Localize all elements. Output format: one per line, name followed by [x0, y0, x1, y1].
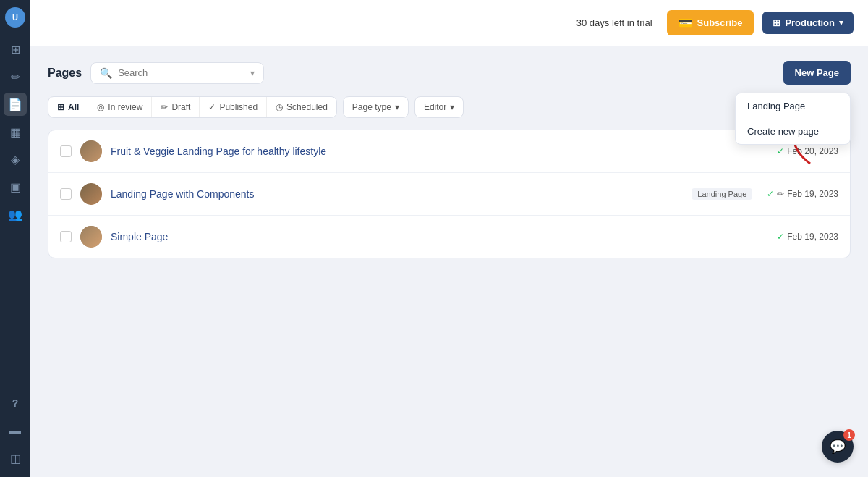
scheduled-icon: ◷ [276, 102, 283, 112]
row-date-1: ✓ Feb 20, 2023 [777, 146, 838, 156]
search-box[interactable]: 🔍 ▾ [90, 62, 264, 84]
topbar: 30 days left in trial 💳 Subscribe ⊞ Prod… [30, 0, 868, 46]
row-title-3: Simple Page [111, 231, 768, 242]
pages-left: Pages 🔍 ▾ [48, 62, 264, 84]
in-review-icon: ◎ [97, 102, 104, 112]
user-avatar[interactable]: U [5, 7, 25, 28]
chat-badge: 1 [843, 429, 855, 441]
sidebar-item-media[interactable]: ▣ [4, 175, 27, 198]
subscribe-button[interactable]: 💳 Subscribe [667, 10, 754, 35]
page-type-chevron-icon: ▾ [395, 102, 399, 112]
table-row[interactable]: Fruit & Veggie Landing Page for healthy … [48, 130, 850, 173]
search-chevron-icon[interactable]: ▾ [250, 68, 255, 78]
editor-chevron-icon: ▾ [450, 102, 454, 112]
dropdown-item-landing-page[interactable]: Landing Page [736, 93, 850, 119]
chevron-down-icon: ▾ [839, 18, 843, 28]
sidebar-item-layers[interactable]: ◫ [4, 447, 27, 470]
row-avatar-1 [80, 140, 102, 162]
main-content: 30 days left in trial 💳 Subscribe ⊞ Prod… [30, 0, 868, 477]
pages-header: Pages 🔍 ▾ New Page [48, 61, 851, 85]
pages-table: Fruit & Veggie Landing Page for healthy … [48, 130, 851, 258]
row-checkbox-2[interactable] [60, 188, 72, 200]
row-title-2: Landing Page with Components [111, 188, 683, 200]
dropdown-item-create-new-page[interactable]: Create new page [736, 119, 850, 144]
editor-dropdown[interactable]: Editor ▾ [414, 96, 464, 118]
filter-bar: ⊞ All ◎ In review ✏ Draft ✓ Published ◷ [48, 96, 851, 118]
trial-text: 30 days left in trial [576, 17, 652, 28]
all-icon: ⊞ [57, 102, 64, 112]
new-page-button[interactable]: New Page [783, 61, 851, 85]
production-icon: ⊞ [773, 17, 780, 28]
sidebar-item-users[interactable]: 👥 [4, 203, 27, 226]
check-icon-2: ✓ [767, 189, 774, 199]
published-icon: ✓ [208, 102, 216, 112]
sidebar-item-help[interactable]: ? [4, 392, 27, 415]
sidebar-item-components[interactable]: ◈ [4, 148, 27, 171]
sidebar-item-blog[interactable]: ✏ [4, 65, 27, 88]
row-avatar-3 [80, 226, 102, 248]
row-badge-2: Landing Page [692, 188, 752, 200]
chat-button[interactable]: 💬 1 [822, 431, 854, 463]
row-checkbox-1[interactable] [60, 145, 72, 157]
production-button[interactable]: ⊞ Production ▾ [762, 12, 854, 34]
search-icon: 🔍 [100, 67, 112, 79]
pages-title: Pages [48, 67, 82, 80]
subscribe-icon: 💳 [678, 16, 693, 30]
filter-scheduled[interactable]: ◷ Scheduled [266, 97, 336, 117]
row-avatar-2 [80, 183, 102, 205]
filter-group: ⊞ All ◎ In review ✏ Draft ✓ Published ◷ [48, 96, 337, 118]
draft-icon: ✏ [161, 102, 168, 112]
dropdown-menu: Landing Page Create new page [735, 93, 851, 145]
chat-icon: 💬 [830, 439, 846, 455]
row-date-3: ✓ Feb 19, 2023 [777, 232, 838, 242]
content-area: Pages 🔍 ▾ New Page ⊞ All ◎ In review [30, 46, 868, 477]
sidebar-item-grid[interactable]: ▦ [4, 120, 27, 143]
filter-in-review[interactable]: ◎ In review [88, 97, 151, 117]
row-date-2: ✓ ✏ Feb 19, 2023 [767, 189, 838, 199]
page-type-dropdown[interactable]: Page type ▾ [343, 96, 409, 118]
check-icon-3: ✓ [777, 232, 784, 242]
row-checkbox-3[interactable] [60, 231, 72, 242]
sidebar-item-pages[interactable]: 📄 [4, 93, 27, 116]
row-title-1: Fruit & Veggie Landing Page for healthy … [111, 145, 768, 157]
table-row[interactable]: Landing Page with Components Landing Pag… [48, 173, 850, 216]
filter-draft[interactable]: ✏ Draft [151, 97, 199, 117]
search-input[interactable] [118, 67, 244, 78]
table-row[interactable]: Simple Page ✓ Feb 19, 2023 [48, 216, 850, 258]
sidebar: U ⊞ ✏ 📄 ▦ ◈ ▣ 👥 ? ▬ ◫ [0, 0, 30, 477]
sidebar-item-terminal[interactable]: ▬ [4, 419, 27, 442]
sidebar-item-home[interactable]: ⊞ [4, 38, 27, 61]
filter-all[interactable]: ⊞ All [48, 97, 88, 117]
check-icon-1: ✓ [777, 146, 784, 156]
edit-icon-2: ✏ [777, 189, 784, 199]
filter-published[interactable]: ✓ Published [199, 97, 266, 117]
